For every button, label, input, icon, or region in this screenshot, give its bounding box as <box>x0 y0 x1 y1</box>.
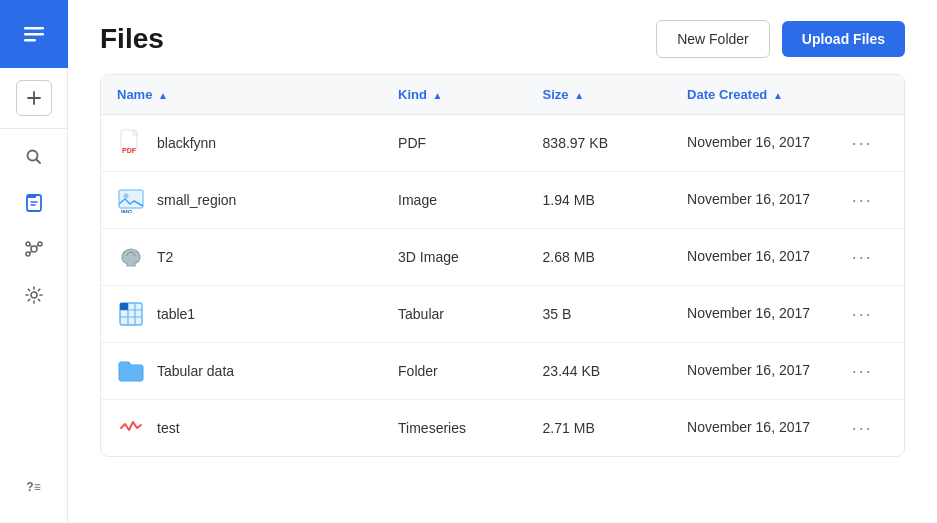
col-header-size[interactable]: Size ▲ <box>527 75 672 115</box>
svg-point-7 <box>26 242 30 246</box>
sort-arrow-kind: ▲ <box>433 90 443 101</box>
svg-point-6 <box>31 246 37 252</box>
svg-rect-0 <box>24 27 44 30</box>
files-table: Name ▲ Kind ▲ Size ▲ Date Created ▲ <box>101 75 904 456</box>
file-size-cell: 838.97 KB <box>527 115 672 172</box>
more-options-button[interactable]: ··· <box>848 302 877 327</box>
file-name: small_region <box>157 192 236 208</box>
page-header: Files New Folder Upload Files <box>68 0 937 74</box>
file-size-cell: 23.44 KB <box>527 343 672 400</box>
file-date-cell: November 16, 2017 <box>671 400 832 457</box>
table-row: IMG small_region Image 1.94 MB November … <box>101 172 904 229</box>
file-actions-cell: ··· <box>832 286 904 343</box>
file-kind-cell: Image <box>382 172 527 229</box>
file-kind-cell: 3D Image <box>382 229 527 286</box>
table-header: Name ▲ Kind ▲ Size ▲ Date Created ▲ <box>101 75 904 115</box>
file-name: test <box>157 420 180 436</box>
main-content: Files New Folder Upload Files Name ▲ Kin… <box>68 0 937 523</box>
file-size-cell: 2.68 MB <box>527 229 672 286</box>
file-name: blackfynn <box>157 135 216 151</box>
svg-point-10 <box>31 292 37 298</box>
file-actions-cell: ··· <box>832 400 904 457</box>
page-title: Files <box>100 23 164 55</box>
new-item-button[interactable] <box>16 80 52 116</box>
sidebar-help-button[interactable]: ?≡ <box>14 467 54 507</box>
svg-rect-21 <box>120 303 128 310</box>
svg-rect-1 <box>24 33 44 36</box>
files-table-container: Name ▲ Kind ▲ Size ▲ Date Created ▲ <box>100 74 905 457</box>
file-date-cell: November 16, 2017 <box>671 172 832 229</box>
table-row: test Timeseries 2.71 MB November 16, 201… <box>101 400 904 457</box>
col-header-kind[interactable]: Kind ▲ <box>382 75 527 115</box>
brain-icon <box>117 243 145 271</box>
file-kind-cell: PDF <box>382 115 527 172</box>
more-options-button[interactable]: ··· <box>848 245 877 270</box>
file-size-cell: 1.94 MB <box>527 172 672 229</box>
folder-icon <box>117 357 145 385</box>
table-body: PDF blackfynn PDF 838.97 KB November 16,… <box>101 115 904 457</box>
file-date-cell: November 16, 2017 <box>671 286 832 343</box>
file-actions-cell: ··· <box>832 115 904 172</box>
col-header-actions <box>832 75 904 115</box>
file-name: T2 <box>157 249 173 265</box>
sidebar-item-files[interactable] <box>14 183 54 223</box>
table-row: Tabular data Folder 23.44 KB November 16… <box>101 343 904 400</box>
more-options-button[interactable]: ··· <box>848 416 877 441</box>
sort-arrow-size: ▲ <box>574 90 584 101</box>
upload-files-button[interactable]: Upload Files <box>782 21 905 57</box>
sidebar-item-graph[interactable] <box>14 229 54 269</box>
file-actions-cell: ··· <box>832 229 904 286</box>
sidebar-nav <box>0 128 67 323</box>
file-date-cell: November 16, 2017 <box>671 115 832 172</box>
file-name-cell: Tabular data <box>101 343 382 400</box>
table-row: PDF blackfynn PDF 838.97 KB November 16,… <box>101 115 904 172</box>
file-name-cell: T2 <box>101 229 382 286</box>
file-name: Tabular data <box>157 363 234 379</box>
svg-text:IMG: IMG <box>121 209 133 213</box>
file-date-cell: November 16, 2017 <box>671 343 832 400</box>
file-name-cell: IMG small_region <box>101 172 382 229</box>
logo-button[interactable] <box>0 0 68 68</box>
pdf-icon: PDF <box>117 129 145 157</box>
file-name: table1 <box>157 306 195 322</box>
more-options-button[interactable]: ··· <box>848 359 877 384</box>
svg-point-8 <box>38 242 42 246</box>
col-header-name[interactable]: Name ▲ <box>101 75 382 115</box>
svg-point-9 <box>26 252 30 256</box>
svg-text:PDF: PDF <box>122 147 137 154</box>
file-name-cell: test <box>101 400 382 457</box>
svg-rect-2 <box>24 39 36 42</box>
more-options-button[interactable]: ··· <box>848 188 877 213</box>
table-row: table1 Tabular 35 B November 16, 2017 ··… <box>101 286 904 343</box>
file-name-cell: table1 <box>101 286 382 343</box>
file-date-cell: November 16, 2017 <box>671 229 832 286</box>
svg-rect-13 <box>119 190 143 208</box>
timeseries-icon <box>117 414 145 442</box>
file-kind-cell: Folder <box>382 343 527 400</box>
col-header-date[interactable]: Date Created ▲ <box>671 75 832 115</box>
sidebar-bottom: ?≡ <box>14 467 54 523</box>
file-size-cell: 2.71 MB <box>527 400 672 457</box>
table-row: T2 3D Image 2.68 MB November 16, 2017 ··… <box>101 229 904 286</box>
sidebar-item-search[interactable] <box>14 137 54 177</box>
new-folder-button[interactable]: New Folder <box>656 20 770 58</box>
sidebar: ?≡ <box>0 0 68 523</box>
file-kind-cell: Tabular <box>382 286 527 343</box>
file-actions-cell: ··· <box>832 343 904 400</box>
file-name-cell: PDF blackfynn <box>101 115 382 172</box>
file-kind-cell: Timeseries <box>382 400 527 457</box>
file-actions-cell: ··· <box>832 172 904 229</box>
more-options-button[interactable]: ··· <box>848 131 877 156</box>
sort-arrow-date: ▲ <box>773 90 783 101</box>
file-size-cell: 35 B <box>527 286 672 343</box>
header-actions: New Folder Upload Files <box>656 20 905 58</box>
svg-point-14 <box>124 194 129 199</box>
table-icon <box>117 300 145 328</box>
image-icon: IMG <box>117 186 145 214</box>
sidebar-item-settings[interactable] <box>14 275 54 315</box>
sort-arrow-name: ▲ <box>158 90 168 101</box>
